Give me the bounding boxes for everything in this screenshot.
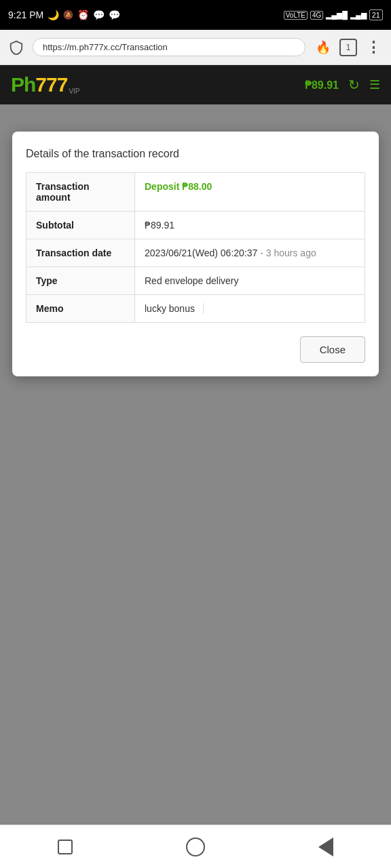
logo-ph: Ph <box>11 73 35 96</box>
time-display: 9:21 PM <box>8 9 43 20</box>
moon-icon: 🌙 <box>48 9 59 20</box>
url-text: https://m.ph777x.cc/Transaction <box>43 42 168 52</box>
fire-button[interactable]: 🔥 <box>312 37 334 58</box>
memo-text: lucky bonus <box>145 303 195 314</box>
table-row: Transaction amount Deposit ₱88.00 <box>26 173 365 212</box>
alarm-icon: ⏰ <box>77 9 89 20</box>
close-button[interactable]: Close <box>300 336 365 363</box>
modal-title: Details of the transaction record <box>26 148 365 160</box>
value-type: Red envelope delivery <box>135 267 365 295</box>
label-transaction-amount: Transaction amount <box>26 173 135 212</box>
hamburger-menu-icon[interactable]: ☰ <box>369 77 380 92</box>
whatsapp-icon: 💬 <box>93 9 105 20</box>
status-right: VoLTE 4G ▂▄▆█ ▂▄▆ 21 <box>284 9 383 20</box>
nav-home-button[interactable] <box>182 833 209 861</box>
value-subtotal: ₱89.91 <box>135 212 365 239</box>
status-left: 9:21 PM 🌙 🔕 ⏰ 💬 💬 <box>8 9 120 20</box>
shield-icon <box>7 38 26 57</box>
circle-icon <box>186 837 205 856</box>
status-bar: 9:21 PM 🌙 🔕 ⏰ 💬 💬 VoLTE 4G ▂▄▆█ ▂▄▆ 21 <box>0 0 391 30</box>
ago-value: - 3 hours ago <box>260 248 316 258</box>
nav-square-button[interactable] <box>52 833 79 861</box>
memo-spacer <box>203 303 355 314</box>
square-icon <box>58 840 73 854</box>
logo-vip: VIP <box>69 87 79 95</box>
nav-back-button[interactable] <box>312 833 339 861</box>
table-row: Type Red envelope delivery <box>26 267 365 295</box>
menu-button[interactable]: ⋮ <box>362 37 384 58</box>
tab-button[interactable]: 1 <box>339 39 357 56</box>
modal-footer: Close <box>26 336 365 363</box>
table-row: Transaction date 2023/06/21(Wed) 06:20:3… <box>26 239 365 267</box>
label-memo: Memo <box>26 295 135 323</box>
wifi-icon: ▂▄▆ <box>350 11 367 20</box>
bottom-nav-bar <box>0 825 391 868</box>
mute-icon: 🔕 <box>63 10 73 20</box>
url-bar[interactable]: https://m.ph777x.cc/Transaction <box>33 38 305 56</box>
detail-table: Transaction amount Deposit ₱88.00 Subtot… <box>26 172 365 323</box>
network-badge: 4G <box>310 11 323 20</box>
table-row: Memo lucky bonus <box>26 295 365 323</box>
date-value: 2023/06/21(Wed) 06:20:37 <box>145 248 257 258</box>
value-transaction-amount: Deposit ₱88.00 <box>135 173 365 212</box>
messenger-icon: 💬 <box>109 9 120 20</box>
label-subtotal: Subtotal <box>26 212 135 239</box>
logo-777: 777 <box>35 73 67 96</box>
transaction-detail-modal: Details of the transaction record Transa… <box>12 132 379 376</box>
balance-display: ₱89.91 <box>305 79 339 92</box>
battery-icon: 21 <box>369 9 383 20</box>
table-row: Subtotal ₱89.91 <box>26 212 365 239</box>
value-memo: lucky bonus <box>135 295 365 323</box>
browser-actions: 🔥 1 ⋮ <box>312 37 384 58</box>
label-transaction-date: Transaction date <box>26 239 135 267</box>
browser-bar: https://m.ph777x.cc/Transaction 🔥 1 ⋮ <box>0 30 391 65</box>
site-header: Ph777 VIP ₱89.91 ↻ ☰ <box>0 65 391 104</box>
deposit-value: Deposit ₱88.00 <box>145 181 212 192</box>
site-header-right: ₱89.91 ↻ ☰ <box>305 77 380 93</box>
signal-icon: ▂▄▆█ <box>326 11 348 20</box>
volte-badge: VoLTE <box>284 11 308 20</box>
value-transaction-date: 2023/06/21(Wed) 06:20:37 - 3 hours ago <box>135 239 365 267</box>
refresh-icon[interactable]: ↻ <box>348 77 360 93</box>
triangle-icon <box>318 837 333 856</box>
label-type: Type <box>26 267 135 295</box>
modal-overlay: Details of the transaction record Transa… <box>0 104 391 825</box>
site-logo: Ph777 VIP <box>11 73 80 96</box>
